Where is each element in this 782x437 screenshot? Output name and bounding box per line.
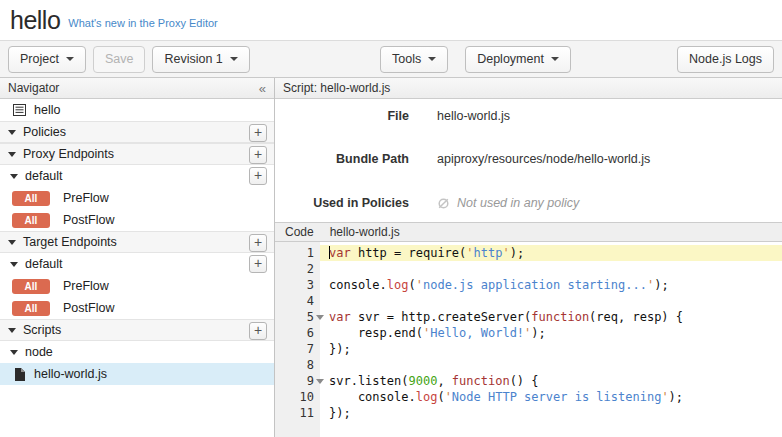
- nav-item-label: hello-world.js: [34, 367, 107, 381]
- nav-item-policies[interactable]: Policies+: [0, 121, 274, 143]
- add-proxy-default-button[interactable]: +: [249, 167, 267, 185]
- add-policies-button[interactable]: +: [249, 124, 267, 142]
- code-line-10[interactable]: 10 console.log('Node HTTP server is list…: [275, 389, 782, 405]
- nav-item-target-postflow[interactable]: AllPostFlow: [0, 297, 274, 319]
- used-in-policies-field-value: Not used in any policy: [437, 196, 579, 210]
- nav-item-label: Policies: [23, 125, 66, 139]
- nav-item-label: PostFlow: [63, 213, 114, 227]
- nav-item-target-preflow[interactable]: AllPreFlow: [0, 275, 274, 297]
- project-button[interactable]: Project: [8, 46, 86, 73]
- toolbar-right-group: Node.js Logs: [677, 46, 774, 73]
- bundle-path-field-label: Bundle Path: [275, 152, 409, 166]
- used-in-policies-field-label: Used in Policies: [275, 196, 409, 210]
- caret-down-icon[interactable]: [10, 350, 18, 355]
- caret-down-icon[interactable]: [10, 262, 18, 267]
- caret-down-icon[interactable]: [10, 174, 18, 179]
- code-line-9[interactable]: 9svr.listen(9000, function() {: [275, 373, 782, 389]
- line-number: 4: [275, 293, 320, 309]
- add-proxy-endpoints-button[interactable]: +: [249, 146, 267, 164]
- nav-item-scripts[interactable]: Scripts+: [0, 319, 274, 341]
- collapse-navigator-button[interactable]: «: [259, 82, 266, 95]
- nav-item-proxy-postflow[interactable]: AllPostFlow: [0, 209, 274, 231]
- code-line-text: var http = require('http');: [320, 245, 782, 261]
- code-line-text: [320, 261, 782, 277]
- save-button-label: Save: [105, 52, 134, 66]
- file-icon: [14, 368, 25, 381]
- tools-button-label: Tools: [392, 52, 421, 66]
- nav-item-label: node: [25, 345, 53, 359]
- code-line-2[interactable]: 2: [275, 261, 782, 277]
- fold-caret-icon[interactable]: [316, 315, 324, 320]
- nav-item-label: default: [25, 257, 63, 271]
- add-target-default-button[interactable]: +: [249, 255, 267, 273]
- code-line-3[interactable]: 3console.log('node.js application starti…: [275, 277, 782, 293]
- all-badge: All: [12, 301, 50, 316]
- caret-down-icon[interactable]: [8, 328, 16, 333]
- nav-item-target-endpoints[interactable]: Target Endpoints+: [0, 231, 274, 253]
- line-number: 11: [275, 405, 320, 421]
- line-number: 9: [275, 373, 320, 389]
- line-number: 6: [275, 325, 320, 341]
- chevron-down-icon: [551, 57, 559, 61]
- code-line-text: console.log('Node HTTP server is listeni…: [320, 389, 782, 405]
- line-number: 1: [275, 245, 320, 261]
- nav-item-node[interactable]: node: [0, 341, 274, 363]
- whats-new-link[interactable]: What's new in the Proxy Editor: [68, 17, 217, 29]
- caret-down-icon[interactable]: [8, 130, 16, 135]
- code-line-5[interactable]: 5var svr = http.createServer(function(re…: [275, 309, 782, 325]
- editor-panel: Script: hello-world.js File hello-world.…: [275, 78, 782, 437]
- chevron-down-icon: [66, 57, 74, 61]
- nav-item-proxy-preflow[interactable]: AllPreFlow: [0, 187, 274, 209]
- tools-button[interactable]: Tools: [380, 46, 448, 73]
- chevron-down-icon: [230, 57, 238, 61]
- nav-item-hello[interactable]: hello: [0, 99, 274, 121]
- code-line-11[interactable]: 11});: [275, 405, 782, 421]
- nav-item-proxy-default[interactable]: default+: [0, 165, 274, 187]
- all-badge: All: [12, 279, 50, 294]
- line-number: 3: [275, 277, 320, 293]
- page-title: hello: [10, 6, 60, 35]
- code-line-1[interactable]: 1var http = require('http');: [275, 245, 782, 261]
- code-line-text: });: [320, 341, 782, 357]
- file-field-label: File: [275, 109, 409, 123]
- nav-item-proxy-endpoints[interactable]: Proxy Endpoints+: [0, 143, 274, 165]
- code-line-7[interactable]: 7});: [275, 341, 782, 357]
- line-number: 8: [275, 357, 320, 373]
- script-panel-title: Script: hello-world.js: [283, 81, 390, 95]
- code-line-8[interactable]: 8: [275, 357, 782, 373]
- all-badge: All: [12, 213, 50, 228]
- navigator-panel: Navigator « helloPolicies+Proxy Endpoint…: [0, 78, 275, 437]
- nav-item-label: default: [25, 169, 63, 183]
- save-button[interactable]: Save: [93, 46, 146, 73]
- line-number: 7: [275, 341, 320, 357]
- nodejs-logs-button[interactable]: Node.js Logs: [677, 46, 774, 73]
- deployment-button[interactable]: Deployment: [465, 46, 571, 73]
- code-filename: hello-world.js: [330, 225, 400, 239]
- deployment-button-label: Deployment: [477, 52, 544, 66]
- code-editor[interactable]: 1var http = require('http');23console.lo…: [275, 242, 782, 437]
- line-number: 2: [275, 261, 320, 277]
- file-field-value: hello-world.js: [437, 109, 510, 123]
- navigator-tree: helloPolicies+Proxy Endpoints+default+Al…: [0, 99, 274, 385]
- fold-caret-icon[interactable]: [316, 379, 324, 384]
- revision-button-label: Revision 1: [164, 52, 222, 66]
- toolbar-left-group: Project Save Revision 1: [8, 46, 250, 73]
- add-target-endpoints-button[interactable]: +: [249, 234, 267, 252]
- bundle-path-field-row: Bundle Path apiproxy/resources/node/hell…: [275, 152, 650, 166]
- revision-button[interactable]: Revision 1: [152, 46, 249, 73]
- code-line-text: [320, 293, 782, 309]
- nav-item-hello-world-js[interactable]: hello-world.js: [0, 363, 274, 385]
- script-details-form: File hello-world.js Bundle Path apiproxy…: [275, 99, 782, 222]
- caret-down-icon[interactable]: [8, 240, 16, 245]
- nav-item-target-default[interactable]: default+: [0, 253, 274, 275]
- add-scripts-button[interactable]: +: [249, 322, 267, 340]
- code-line-6[interactable]: 6 resp.end('Hello, World!');: [275, 325, 782, 341]
- link-icon: [437, 197, 450, 210]
- code-line-text: resp.end('Hello, World!');: [320, 325, 782, 341]
- all-badge: All: [12, 191, 50, 206]
- code-line-4[interactable]: 4: [275, 293, 782, 309]
- code-line-text: });: [320, 405, 782, 421]
- caret-down-icon[interactable]: [8, 152, 16, 157]
- nav-item-label: Proxy Endpoints: [23, 147, 114, 161]
- main-content: Navigator « helloPolicies+Proxy Endpoint…: [0, 78, 782, 437]
